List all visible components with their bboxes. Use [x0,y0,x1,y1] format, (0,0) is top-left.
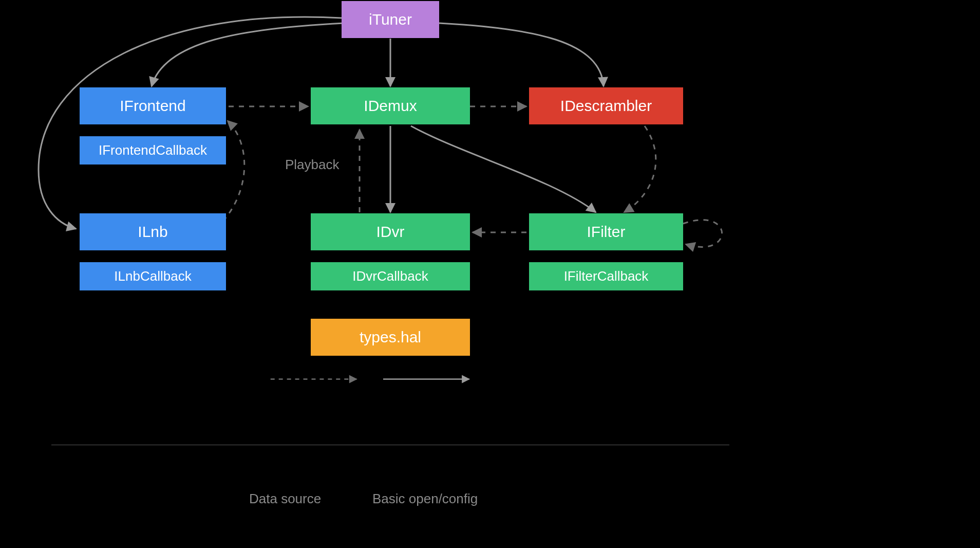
node-idvr: IDvr [311,213,470,250]
node-idescrambler: IDescrambler [529,87,683,124]
node-ilnb: ILnb [80,213,226,250]
node-ifilter-callback: IFilterCallback [529,262,683,290]
label-playback: Playback [285,157,340,173]
node-idemux: IDemux [311,87,470,124]
diagram-canvas: iTuner IFrontend IFrontendCallback ILnb … [0,0,770,437]
node-ituner: iTuner [342,1,439,38]
node-ifilter: IFilter [529,213,683,250]
node-types-hal: types.hal [311,319,470,356]
legend-separator [51,445,729,445]
node-ilnb-callback: ILnbCallback [80,262,226,290]
node-idvr-callback: IDvrCallback [311,262,470,290]
legend-dashed-label: Data source [249,491,321,507]
node-ifrontend: IFrontend [80,87,226,124]
node-ifrontend-callback: IFrontendCallback [80,136,226,165]
legend-solid-label: Basic open/config [372,491,478,507]
